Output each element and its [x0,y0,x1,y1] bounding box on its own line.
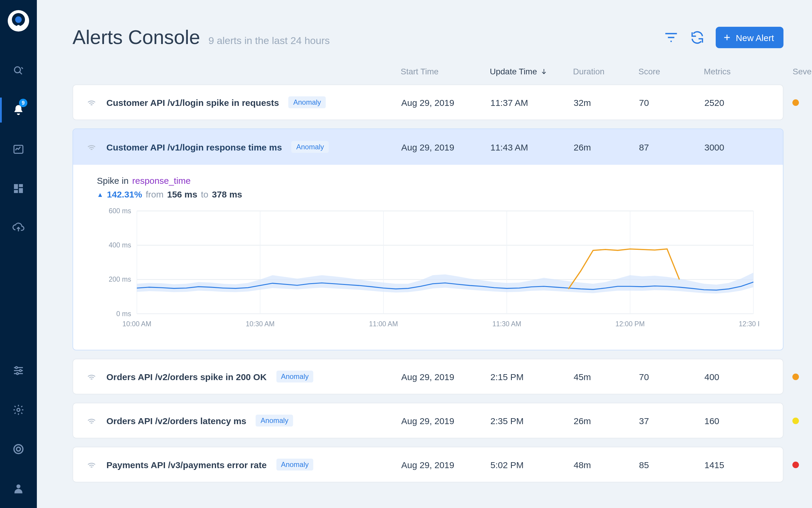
plus-icon [723,33,731,42]
expanded-alert: Customer API /v1/login response time msA… [73,128,783,351]
svg-point-11 [19,370,21,372]
severity-dot [793,418,799,424]
alerts-table: Start Time Update Time Duration Score Me… [37,49,812,483]
cell-metrics: 400 [704,372,776,382]
anomaly-tag: Anomaly [276,371,313,383]
sort-down-icon [541,68,548,75]
svg-rect-7 [19,184,23,187]
svg-text:10:30 AM: 10:30 AM [246,320,275,328]
svg-point-16 [16,484,20,489]
svg-point-12 [16,373,18,375]
nav-discover[interactable] [0,62,37,80]
new-alert-label: New Alert [736,32,774,43]
cell-update: 11:37 AM [490,97,574,108]
nav-alerts[interactable]: 9 [0,101,37,119]
cell-update: 5:02 PM [490,460,574,470]
cell-duration: 26m [574,142,639,152]
table-row[interactable]: Orders API /v2/orders spike in 200 OKAno… [73,359,783,395]
cell-start: Aug 29, 2019 [401,416,490,426]
table-row[interactable]: Payments API /v3/payments error rateAnom… [73,447,783,483]
delta-percent: 142.31% [107,189,142,199]
svg-point-14 [14,444,23,454]
svg-text:200 ms: 200 ms [109,276,131,283]
page-subtitle: 9 alerts in the last 24 hours [208,35,330,47]
cell-duration: 48m [574,460,639,470]
severity-dot [793,99,799,105]
anomaly-tag: Anomaly [256,415,293,427]
signal-icon [86,141,97,152]
signal-icon [86,460,97,470]
alert-name: Orders API /v2/orders latency ms [106,416,246,426]
col-metrics[interactable]: Metrics [704,67,775,76]
cell-duration: 45m [574,372,639,382]
table-row[interactable]: Customer API /v1/login spike in requests… [73,84,783,120]
new-alert-button[interactable]: New Alert [716,27,783,48]
signal-icon [86,372,97,382]
svg-text:600 ms: 600 ms [109,207,131,215]
svg-rect-9 [14,190,18,193]
cell-start: Aug 29, 2019 [401,460,490,470]
alert-name: Customer API /v1/login response time ms [106,142,282,152]
table-row[interactable]: Customer API /v1/login response time msA… [73,129,783,165]
severity-dot [793,374,799,380]
sidebar: 9 [0,0,37,508]
anomaly-tag: Anomaly [289,96,326,108]
cell-score: 87 [639,142,704,152]
table-row[interactable]: Orders API /v2/orders latency msAnomalyA… [73,403,783,439]
alert-name: Orders API /v2/orders spike in 200 OK [106,372,267,382]
refresh-icon[interactable] [689,30,705,45]
nav-account[interactable] [0,479,37,497]
severity-dot [793,462,799,468]
svg-point-2 [15,16,22,23]
nav-dashboards[interactable] [0,180,37,198]
svg-text:11:30 AM: 11:30 AM [492,320,521,328]
cell-update: 11:43 AM [490,142,574,152]
cell-start: Aug 29, 2019 [401,142,490,152]
col-severity[interactable]: Severity [775,67,812,76]
nav-upload[interactable] [0,219,37,237]
spike-metric: response_time [132,175,191,185]
svg-text:12:00 PM: 12:00 PM [616,320,645,328]
nav-sliders[interactable] [0,362,37,380]
response-time-chart: 0 ms200 ms400 ms600 ms10:00 AM10:30 AM11… [97,205,759,331]
svg-text:12:30 PM: 12:30 PM [738,320,759,328]
cell-start: Aug 29, 2019 [401,97,490,108]
main-content: Alerts Console 9 alerts in the last 24 h… [37,0,812,508]
svg-rect-8 [19,188,23,193]
cell-duration: 32m [574,97,639,108]
col-score[interactable]: Score [638,67,704,76]
signal-icon [86,416,97,426]
svg-point-15 [16,447,20,451]
page-title: Alerts Console [73,26,200,49]
nav-help[interactable] [0,440,37,458]
cell-score: 85 [639,460,704,470]
cell-metrics: 1415 [704,460,776,470]
col-start[interactable]: Start Time [401,67,490,76]
cell-update: 2:35 PM [490,416,574,426]
filter-icon[interactable] [663,30,679,45]
alert-detail-panel: Spike in response_time▲142.31% from 156 … [73,165,783,350]
spike-prefix: Spike in [97,175,129,185]
col-duration[interactable]: Duration [573,67,638,76]
table-header: Start Time Update Time Duration Score Me… [73,67,783,84]
nav-settings[interactable] [0,401,37,419]
cell-metrics: 3000 [704,142,776,152]
alert-count-badge: 9 [19,99,27,107]
cell-score: 37 [639,416,704,426]
cell-update: 2:15 PM [490,372,574,382]
col-update[interactable]: Update Time [490,67,573,76]
svg-text:11:00 AM: 11:00 AM [369,320,398,328]
svg-text:10:00 AM: 10:00 AM [123,320,151,328]
cell-score: 70 [639,372,704,382]
nav-metrics[interactable] [0,140,37,158]
svg-rect-6 [14,184,18,189]
anomaly-tag: Anomaly [292,141,329,153]
header: Alerts Console 9 alerts in the last 24 h… [37,0,812,49]
svg-text:400 ms: 400 ms [109,241,131,249]
signal-icon [86,97,97,108]
up-arrow-icon: ▲ [97,190,103,198]
svg-point-10 [15,367,17,369]
svg-rect-3 [17,25,20,31]
svg-point-13 [17,408,20,411]
cell-start: Aug 29, 2019 [401,372,490,382]
